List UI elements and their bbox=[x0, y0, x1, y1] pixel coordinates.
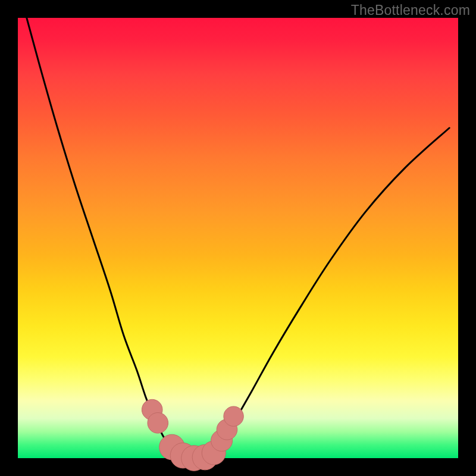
left-curve-path bbox=[27, 18, 181, 458]
curve-group bbox=[27, 18, 449, 460]
chart-frame: TheBottleneck.com bbox=[0, 0, 476, 476]
marker-group bbox=[142, 399, 243, 471]
watermark-text: TheBottleneck.com bbox=[351, 2, 470, 18]
data-marker bbox=[148, 413, 168, 434]
curves-svg bbox=[18, 18, 458, 458]
right-curve-path bbox=[212, 128, 450, 458]
data-marker bbox=[224, 406, 243, 426]
